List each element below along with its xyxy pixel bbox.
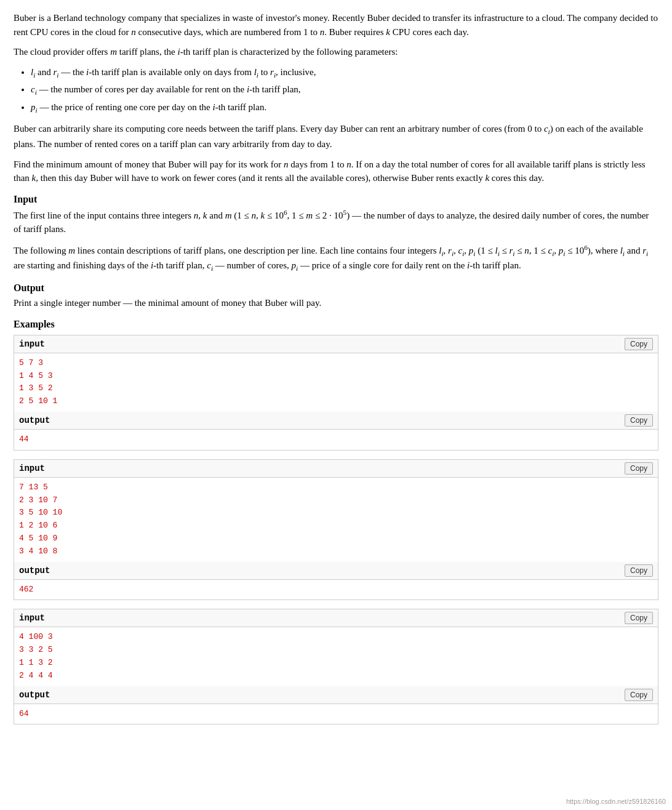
- example-1-input-label: input: [19, 339, 45, 349]
- problem-description-p1: Buber is a Berland technology company th…: [14, 11, 658, 39]
- input-section-title: Input: [14, 194, 658, 205]
- output-p1: Print a single integer number — the mini…: [14, 296, 658, 310]
- example-2-output-label: output: [19, 566, 50, 575]
- example-2-input-content: 7 13 5 2 3 10 7 3 5 10 10 1 2 10 6 4 5 1…: [14, 478, 658, 562]
- example-2-input-copy-button[interactable]: Copy: [625, 462, 653, 475]
- example-3-input-label: input: [19, 613, 45, 623]
- bullet-item-1: li and ri — the i-th tariff plan is avai…: [31, 65, 658, 81]
- example-block-1: input Copy 5 7 3 1 4 5 3 1 3 5 2 2 5 10 …: [14, 335, 658, 451]
- problem-description-p3: Buber can arbitrarily share its computin…: [14, 122, 658, 151]
- example-2-output-header: output Copy: [14, 562, 658, 580]
- example-2-input-header: input Copy: [14, 460, 658, 478]
- problem-description-p4: Find the minimum amount of money that Bu…: [14, 158, 658, 185]
- example-1-output-header: output Copy: [14, 412, 658, 430]
- example-1-input-copy-button[interactable]: Copy: [625, 338, 653, 350]
- input-p2: The following m lines contain descriptio…: [14, 243, 658, 275]
- output-section-title: Output: [14, 283, 658, 294]
- bullet-item-2: ci — the number of cores per day availab…: [31, 82, 658, 98]
- bullet-item-3: pi — the price of renting one core per d…: [31, 100, 658, 116]
- example-block-2: input Copy 7 13 5 2 3 10 7 3 5 10 10 1 2…: [14, 459, 658, 601]
- example-3-input-content: 4 100 3 3 3 2 5 1 1 3 2 2 4 4 4: [14, 627, 658, 686]
- bullet-list: li and ri — the i-th tariff plan is avai…: [31, 65, 658, 116]
- example-block-3: input Copy 4 100 3 3 3 2 5 1 1 3 2 2 4 4…: [14, 609, 658, 724]
- example-3-input-copy-button[interactable]: Copy: [625, 612, 653, 624]
- example-3-output-header: output Copy: [14, 686, 658, 704]
- example-1-output-label: output: [19, 415, 50, 425]
- example-2-output-content: 462: [14, 580, 658, 600]
- example-1-output-content: 44: [14, 430, 658, 450]
- problem-description-p2: The cloud provider offers m tariff plans…: [14, 45, 658, 59]
- example-3-output-label: output: [19, 690, 50, 700]
- example-2-input-label: input: [19, 463, 45, 473]
- example-1-output-copy-button[interactable]: Copy: [625, 414, 653, 427]
- examples-title: Examples: [14, 319, 658, 330]
- example-3-output-content: 64: [14, 704, 658, 724]
- example-3-input-header: input Copy: [14, 609, 658, 627]
- example-1-input-header: input Copy: [14, 335, 658, 353]
- example-2-output-copy-button[interactable]: Copy: [625, 564, 653, 577]
- input-p1: The first line of the input contains thr…: [14, 207, 658, 236]
- example-1-input-content: 5 7 3 1 4 5 3 1 3 5 2 2 5 10 1: [14, 353, 658, 412]
- example-3-output-copy-button[interactable]: Copy: [625, 689, 653, 701]
